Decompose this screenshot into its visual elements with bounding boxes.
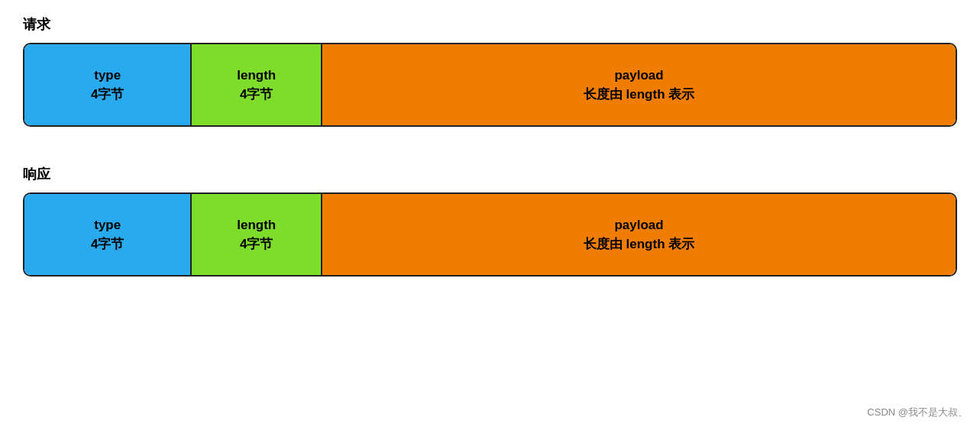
watermark: CSDN @我不是大叔、 [867, 406, 968, 419]
request-length-subtitle: 4字节 [240, 85, 273, 105]
request-section: 请求 type 4字节 length 4字节 payload 长度由 lengt… [23, 15, 957, 127]
request-type-cell: type 4字节 [24, 44, 192, 125]
request-payload-cell: payload 长度由 length 表示 [322, 44, 956, 125]
response-payload-cell: payload 长度由 length 表示 [322, 194, 956, 275]
response-length-cell: length 4字节 [192, 194, 322, 275]
response-label: 响应 [23, 165, 957, 183]
page-container: 请求 type 4字节 length 4字节 payload 长度由 lengt… [0, 0, 980, 427]
response-diagram: type 4字节 length 4字节 payload 长度由 length 表… [23, 192, 957, 277]
request-length-cell: length 4字节 [192, 44, 322, 125]
request-type-subtitle: 4字节 [91, 85, 124, 105]
response-payload-subtitle: 长度由 length 表示 [584, 235, 694, 254]
response-type-cell: type 4字节 [24, 194, 192, 275]
request-label: 请求 [23, 15, 957, 34]
response-section: 响应 type 4字节 length 4字节 payload 长度由 lengt… [23, 165, 957, 277]
request-payload-title: payload [614, 66, 663, 86]
request-payload-subtitle: 长度由 length 表示 [584, 85, 694, 105]
request-type-title: type [94, 66, 121, 86]
request-diagram: type 4字节 length 4字节 payload 长度由 length 表… [23, 43, 957, 127]
request-length-title: length [237, 66, 276, 86]
response-length-title: length [237, 215, 276, 235]
response-payload-title: payload [614, 215, 663, 235]
response-type-subtitle: 4字节 [91, 235, 124, 254]
response-length-subtitle: 4字节 [240, 235, 273, 254]
response-type-title: type [94, 215, 121, 235]
